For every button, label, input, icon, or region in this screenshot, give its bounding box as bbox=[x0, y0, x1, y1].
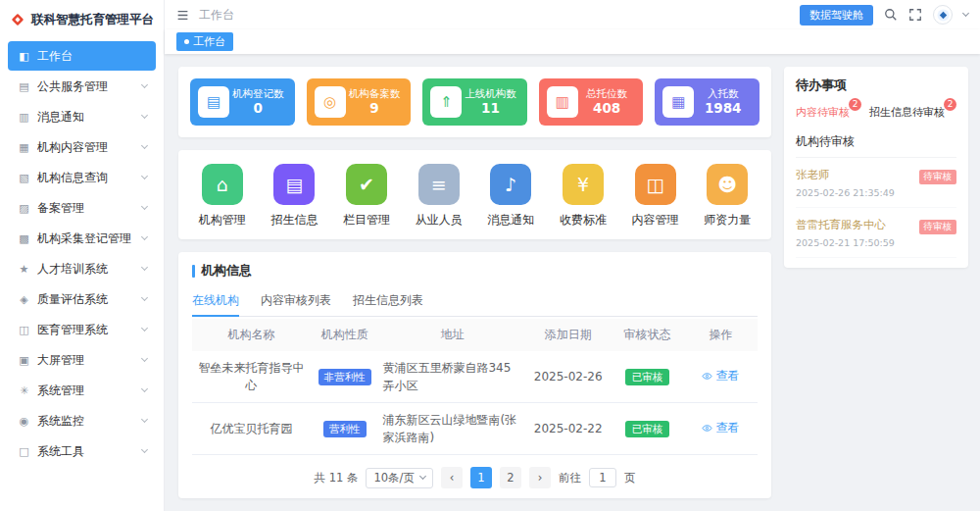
pending-review-badge: 待审核 bbox=[919, 220, 957, 234]
chevron-down-icon bbox=[141, 416, 148, 423]
app-content-mgmt[interactable]: ◫ 内容管理 bbox=[624, 164, 687, 229]
stat-total-slots: ▥ 总托位数 408 bbox=[539, 78, 644, 126]
stat-enrolled: ▦ 入托数 1984 bbox=[655, 78, 760, 126]
main-area: 工作台 数据驾驶舱 工作台 bbox=[165, 0, 980, 511]
enrollment-calendar-icon: ▦ bbox=[662, 86, 694, 118]
collection-icon: ▩ bbox=[17, 232, 31, 245]
staff-list-icon: ≡ bbox=[418, 164, 460, 205]
institution-table: 机构名称 机构性质 地址 添加日期 审核状态 操作 智垒 bbox=[192, 319, 758, 459]
online-up-icon: ⇑ bbox=[430, 86, 462, 118]
stat-online: ⇑ 上线机构数 11 bbox=[422, 78, 527, 126]
tab-admission-pending[interactable]: 招生信息待审核 2 bbox=[869, 105, 945, 123]
pending-review-badge: 待审核 bbox=[919, 170, 957, 184]
app-label: 师资力量 bbox=[696, 212, 759, 229]
page-button-1[interactable]: 1 bbox=[470, 467, 492, 488]
sidebar-item-label: 医育管理系统 bbox=[37, 322, 142, 338]
chevron-down-icon bbox=[141, 264, 148, 271]
app-admission-info[interactable]: ▤ 招生信息 bbox=[263, 164, 325, 229]
data-cockpit-button[interactable]: 数据驾驶舱 bbox=[800, 5, 873, 26]
app-institution-mgmt[interactable]: ⌂ 机构管理 bbox=[191, 164, 254, 229]
app-label: 栏目管理 bbox=[335, 212, 398, 229]
added-date: 2025-02-22 bbox=[525, 403, 611, 455]
search-icon[interactable] bbox=[884, 8, 898, 22]
prev-page-button[interactable]: ‹ bbox=[441, 467, 463, 488]
todo-item[interactable]: 张老师 2025-02-26 21:35:49 待审核 bbox=[796, 158, 956, 208]
slots-doc-icon: ▥ bbox=[547, 86, 578, 118]
user-avatar[interactable] bbox=[933, 5, 953, 25]
tag-workbench[interactable]: 工作台 bbox=[176, 32, 233, 51]
sidebar-item-screen-mgmt[interactable]: ▣ 大屏管理 bbox=[8, 345, 156, 375]
sidebar-item-system-mgmt[interactable]: ✳ 系统管理 bbox=[8, 376, 156, 405]
sidebar-item-filing[interactable]: ▨ 备案管理 bbox=[8, 193, 156, 223]
stat-registered: ▤ 机构登记数 0 bbox=[190, 78, 295, 126]
institution-name: 亿优宝贝托育园 bbox=[192, 403, 311, 455]
sidebar-item-public-service[interactable]: ▤ 公共服务管理 bbox=[8, 72, 156, 101]
stat-label: 上线机构数 bbox=[462, 87, 519, 100]
sidebar-item-content-mgmt[interactable]: ▦ 机构内容管理 bbox=[8, 132, 156, 162]
sidebar-item-system-tools[interactable]: □ 系统工具 bbox=[8, 436, 156, 466]
megaphone-icon: ♪ bbox=[490, 164, 531, 205]
table-header-row: 机构名称 机构性质 地址 添加日期 审核状态 操作 bbox=[192, 319, 758, 351]
goto-page-input[interactable] bbox=[589, 468, 616, 487]
sidebar-item-label: 人才培训系统 bbox=[37, 261, 142, 278]
chevron-down-icon bbox=[141, 203, 148, 210]
chevron-down-icon bbox=[141, 355, 148, 362]
monitor-icon: ◉ bbox=[17, 415, 31, 428]
app-fee-standard[interactable]: ¥ 收费标准 bbox=[552, 164, 614, 229]
col-address: 地址 bbox=[378, 319, 525, 351]
sidebar-item-quality-assessment[interactable]: ◈ 质量评估系统 bbox=[8, 284, 156, 314]
sidebar-menu: ◧ 工作台 ▤ 公共服务管理 ▥ 消息通知 ▦ 机构内容管理 ▧ 机构信息查询 bbox=[0, 37, 164, 511]
query-icon: ▧ bbox=[17, 172, 31, 184]
next-page-button[interactable]: › bbox=[529, 467, 551, 488]
sidebar-item-medical-care[interactable]: ◫ 医育管理系统 bbox=[8, 315, 156, 344]
goto-label: 前往 bbox=[559, 471, 581, 485]
stat-value: 0 bbox=[229, 100, 287, 117]
todo-tabs: 内容待审核 2 招生信息待审核 2 bbox=[796, 105, 956, 123]
tab-content-review-list[interactable]: 内容审核列表 bbox=[261, 286, 331, 316]
public-service-icon: ▤ bbox=[17, 80, 31, 93]
sidebar-item-notifications[interactable]: ▥ 消息通知 bbox=[8, 102, 156, 131]
sidebar-item-label: 机构内容管理 bbox=[37, 139, 142, 156]
chevron-down-icon bbox=[141, 81, 148, 88]
tab-admission-info-list[interactable]: 招生信息列表 bbox=[353, 286, 423, 316]
stat-label: 总托位数 bbox=[578, 87, 636, 100]
app-column-mgmt[interactable]: ✔ 栏目管理 bbox=[335, 164, 398, 229]
sidebar-item-label: 系统监控 bbox=[37, 413, 142, 430]
fullscreen-icon[interactable] bbox=[908, 8, 922, 22]
stats-card: ▤ 机构登记数 0 ◎ 机构备案数 9 ⇑ bbox=[178, 67, 771, 137]
app-notifications[interactable]: ♪ 消息通知 bbox=[479, 164, 542, 229]
sidebar-item-label: 机构采集登记管理 bbox=[37, 230, 142, 247]
todo-panel: 待办事项 内容待审核 2 招生信息待审核 2 机构待审核 张老师 2025- bbox=[784, 67, 968, 268]
user-menu-caret-icon[interactable] bbox=[962, 10, 969, 17]
sidebar-item-info-query[interactable]: ▧ 机构信息查询 bbox=[8, 163, 156, 192]
tab-online-institutions[interactable]: 在线机构 bbox=[192, 286, 239, 317]
sidebar-item-collection-registration[interactable]: ▩ 机构采集登记管理 bbox=[8, 224, 156, 253]
stat-value: 11 bbox=[462, 100, 519, 117]
app-staff[interactable]: ≡ 从业人员 bbox=[408, 164, 470, 229]
section-title: 机构信息 bbox=[192, 262, 758, 280]
app-logo-row: 联科智慧托育管理平台 bbox=[0, 0, 164, 37]
shield-icon: ✔ bbox=[346, 164, 387, 205]
todo-item[interactable]: 普雷托育服务中心 2025-02-21 17:50:59 待审核 bbox=[796, 208, 956, 258]
app-window: 联科智慧托育管理平台 ◧ 工作台 ▤ 公共服务管理 ▥ 消息通知 ▦ 机构内容管… bbox=[0, 0, 980, 511]
app-label: 招生信息 bbox=[263, 212, 325, 229]
view-icon bbox=[702, 371, 712, 382]
breadcrumb: 工作台 bbox=[199, 7, 234, 24]
tab-content-pending[interactable]: 内容待审核 2 bbox=[796, 105, 850, 123]
app-label: 消息通知 bbox=[479, 212, 542, 229]
page-button-2[interactable]: 2 bbox=[500, 467, 521, 488]
message-icon: ▥ bbox=[17, 111, 31, 124]
stat-label: 机构登记数 bbox=[229, 87, 287, 100]
dashboard-content: ▤ 机构登记数 0 ◎ 机构备案数 9 ⇑ bbox=[165, 54, 980, 511]
menu-fold-icon[interactable] bbox=[176, 9, 189, 22]
view-button[interactable]: 查看 bbox=[702, 419, 739, 436]
sidebar-item-talent-training[interactable]: ★ 人才培训系统 bbox=[8, 254, 156, 283]
app-teachers[interactable]: ☻ 师资力量 bbox=[696, 164, 759, 229]
sidebar-item-workbench[interactable]: ◧ 工作台 bbox=[8, 41, 156, 71]
view-button[interactable]: 查看 bbox=[702, 367, 739, 384]
sidebar-item-label: 工作台 bbox=[37, 48, 147, 65]
sidebar-item-label: 系统管理 bbox=[37, 383, 142, 399]
page-size-select[interactable]: 10条/页 bbox=[366, 468, 433, 488]
sidebar-item-system-monitor[interactable]: ◉ 系统监控 bbox=[8, 406, 156, 435]
col-nature: 机构性质 bbox=[311, 319, 378, 351]
